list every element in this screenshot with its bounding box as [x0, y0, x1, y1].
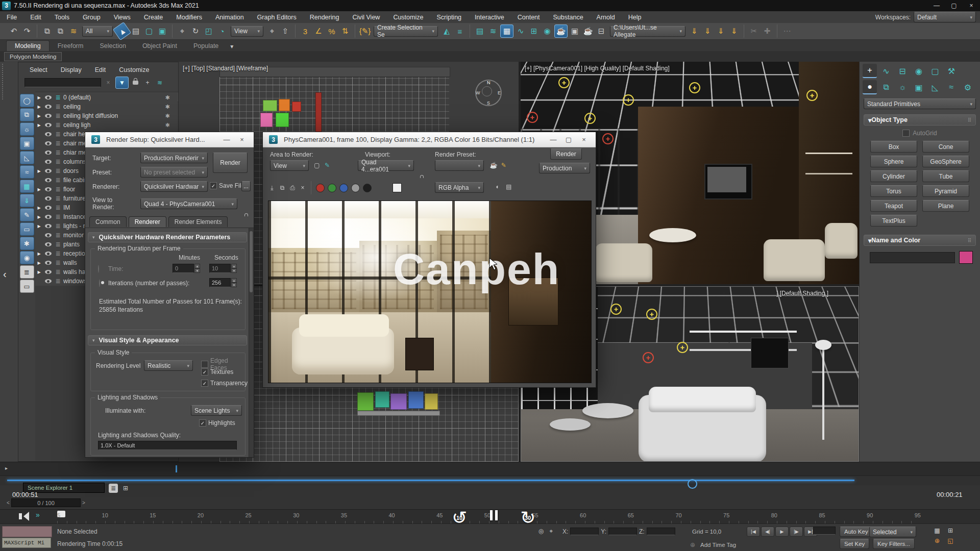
- next-icon[interactable]: >: [81, 500, 87, 506]
- systems-category-icon[interactable]: ⚙: [961, 81, 975, 94]
- auto-key-button[interactable]: Auto Key: [840, 527, 873, 537]
- filter-lights-icon[interactable]: ☼: [20, 122, 34, 136]
- visibility-eye-icon[interactable]: [45, 252, 52, 256]
- add-tool-icon[interactable]: ✚: [761, 25, 773, 37]
- edit-named-selection-sets-icon[interactable]: {✎}: [359, 25, 371, 37]
- expand-icon[interactable]: ▶: [35, 95, 43, 100]
- cone-button[interactable]: Cone: [922, 141, 969, 153]
- scene-object-row[interactable]: ▶≣ceiling light diffusion✱: [35, 111, 178, 120]
- filter-shapes-icon[interactable]: ⧉: [20, 108, 34, 121]
- expand-icon[interactable]: ▶: [35, 114, 43, 118]
- ribbon-tab-object-paint[interactable]: Object Paint: [134, 41, 185, 51]
- menu-views[interactable]: Views: [107, 11, 137, 23]
- x-coordinate-field[interactable]: [570, 528, 599, 535]
- rendered-frame-window-icon[interactable]: ▣: [569, 25, 581, 37]
- selection-lock-toggle-icon[interactable]: ⌖: [547, 527, 556, 536]
- expand-icon[interactable]: ▶: [35, 252, 43, 256]
- visibility-eye-icon[interactable]: [45, 279, 52, 283]
- layers-icon[interactable]: ≋: [155, 78, 164, 87]
- photometric-light-gizmo[interactable]: [677, 342, 688, 353]
- next-frame-button[interactable]: |▶: [790, 527, 803, 537]
- toolbar-overflow-icon[interactable]: ⋯: [781, 25, 793, 37]
- ribbon-tab-freeform[interactable]: Freeform: [50, 41, 92, 51]
- ribbon-tab-populate[interactable]: Populate: [185, 41, 227, 51]
- object-type-rollout[interactable]: ▾ Object Type ⠿: [864, 114, 976, 126]
- add-time-tag[interactable]: Add Time Tag: [700, 542, 736, 548]
- filter-geometry-icon[interactable]: ◯: [20, 94, 34, 107]
- cut-tool-icon[interactable]: ✂: [748, 25, 760, 37]
- maxscript-mini-listener[interactable]: MAXScript Mi: [2, 538, 51, 548]
- photometric-light-gizmo[interactable]: [610, 304, 622, 315]
- primitives-category-dropdown[interactable]: Standard Primitives ▾: [864, 98, 976, 109]
- window-crossing-toggle-icon[interactable]: ▣: [156, 25, 168, 37]
- menu-customize[interactable]: Customize: [386, 11, 430, 23]
- layers-icon[interactable]: ▤: [504, 182, 513, 191]
- clear-image-icon[interactable]: ×: [298, 183, 307, 192]
- photometric-light-gizmo[interactable]: [623, 94, 634, 106]
- percent-snap-toggle-icon[interactable]: %: [326, 25, 338, 37]
- selected-light-gizmo[interactable]: [643, 352, 654, 363]
- visibility-eye-icon[interactable]: [45, 242, 52, 246]
- expand-icon[interactable]: ▶: [35, 224, 43, 229]
- explorer-grid-icon[interactable]: ⊞: [121, 484, 130, 493]
- select-and-move-icon[interactable]: ⌖: [176, 25, 188, 37]
- filter-frozen-icon[interactable]: ✱: [20, 237, 34, 250]
- green-channel-icon[interactable]: [328, 184, 336, 192]
- menu-rendering[interactable]: Rendering: [303, 11, 346, 23]
- torus-button[interactable]: Torus: [870, 185, 917, 197]
- key-filters-button[interactable]: Key Filters...: [873, 539, 915, 549]
- sphere-button[interactable]: Sphere: [870, 156, 917, 167]
- autogrid-checkbox[interactable]: [902, 130, 910, 137]
- bind-to-space-warp-icon[interactable]: ≋: [67, 25, 80, 37]
- set-key-button[interactable]: Set Key: [840, 539, 869, 549]
- dialog-scrollbar[interactable]: [249, 228, 254, 457]
- viewport-layout-tabs-icon[interactable]: ▦: [932, 526, 943, 535]
- search-clear-icon[interactable]: ×: [104, 78, 113, 87]
- preset-dropdown[interactable]: No preset selected▾: [140, 167, 208, 178]
- motion-tab-icon[interactable]: ◉: [912, 64, 926, 78]
- teapot-button[interactable]: Teapot: [870, 200, 917, 212]
- geometry-category-icon[interactable]: ●: [863, 80, 877, 94]
- select-by-name-icon[interactable]: ▤: [130, 25, 142, 37]
- video-progress-bar[interactable]: [0, 475, 980, 485]
- create-tab-icon[interactable]: +: [863, 64, 877, 78]
- object-color-swatch[interactable]: [959, 251, 973, 264]
- visibility-eye-icon[interactable]: [45, 132, 52, 136]
- edit-region-icon[interactable]: ✎: [323, 161, 332, 170]
- expand-trackbar-icon[interactable]: ▸: [5, 465, 8, 471]
- scene-object-row[interactable]: ▶≣0 (default)✱: [35, 93, 178, 102]
- photometric-light-gizmo[interactable]: [689, 82, 700, 93]
- visibility-eye-icon[interactable]: [45, 261, 52, 265]
- render-button[interactable]: Render: [550, 148, 582, 160]
- search-input[interactable]: [24, 78, 101, 87]
- filter-bones-icon[interactable]: ✎: [20, 208, 34, 221]
- tab-common[interactable]: Common: [89, 216, 127, 227]
- menu-modifiers[interactable]: Modifiers: [169, 11, 209, 23]
- add-explorer-icon[interactable]: +: [143, 78, 152, 87]
- viewport-physcamera-label[interactable]: [+] [PhysCamera001] [High Quality] [Defa…: [525, 65, 670, 72]
- expand-icon[interactable]: ▶: [35, 215, 43, 219]
- alpha-channel-icon[interactable]: [363, 184, 372, 192]
- minimize-icon[interactable]: —: [928, 0, 945, 11]
- cameras-category-icon[interactable]: ▣: [912, 81, 926, 94]
- photometric-light-gizmo[interactable]: [806, 90, 818, 101]
- channel-display-dropdown[interactable]: RGB Alpha▾: [435, 182, 484, 193]
- visibility-eye-icon[interactable]: [45, 270, 52, 274]
- forward-30-overlay[interactable]: ↻30: [517, 507, 539, 529]
- previous-frame-button[interactable]: ◀|: [761, 527, 774, 537]
- visibility-eye-icon[interactable]: [45, 151, 52, 155]
- menu-help[interactable]: Help: [622, 11, 648, 23]
- close-icon[interactable]: ×: [963, 0, 980, 11]
- menu-create[interactable]: Create: [137, 11, 170, 23]
- select-object-icon[interactable]: ▲: [113, 22, 131, 40]
- pyramid-button[interactable]: Pyramid: [922, 185, 969, 197]
- selection-filter-dropdown[interactable]: All▾: [82, 26, 113, 37]
- iterations-radio[interactable]: [99, 279, 100, 287]
- select-and-scale-icon[interactable]: ◰: [203, 25, 215, 37]
- render-setup-icon[interactable]: ☕: [554, 24, 568, 38]
- material-editor-icon[interactable]: ◉: [541, 25, 553, 37]
- rewind-10-overlay[interactable]: ↺10: [448, 507, 471, 529]
- import-button-2-icon[interactable]: ⇓: [701, 25, 714, 37]
- menu-file[interactable]: File: [0, 11, 23, 23]
- visibility-eye-icon[interactable]: [45, 178, 52, 182]
